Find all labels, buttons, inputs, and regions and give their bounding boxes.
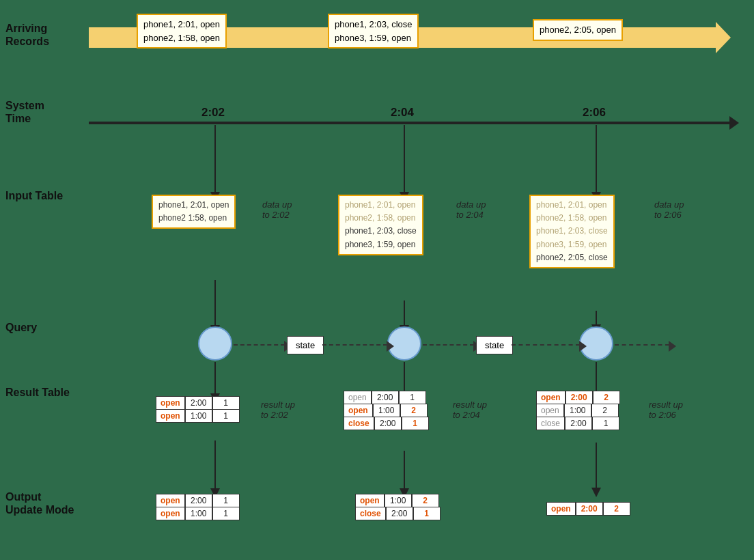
label-output-update-mode: OutputUpdate Mode bbox=[5, 490, 74, 516]
diagram: ArrivingRecords SystemTime Input Table Q… bbox=[0, 0, 754, 560]
vline-result-output-3 bbox=[596, 443, 597, 489]
h-arrow-3 bbox=[423, 344, 474, 346]
label-input-table: Input Table bbox=[5, 189, 63, 202]
output-table-2: open 1:00 2 close 2:00 1 bbox=[355, 494, 441, 520]
vline-input-query-3 bbox=[596, 311, 597, 326]
result-table-3: open 2:00 2 open 1:00 2 close 2:00 1 bbox=[536, 391, 620, 430]
state-box-1: state bbox=[287, 336, 324, 354]
result-table-2: open 2:00 1 open 1:00 2 close 2:00 1 bbox=[344, 391, 429, 430]
vline-3 bbox=[596, 125, 597, 193]
input-table-2: phone1, 2:01, open phone2, 1:58, open ph… bbox=[338, 195, 423, 255]
arriving-batch-1: phone1, 2:01, openphone2, 1:58, open bbox=[137, 14, 227, 48]
vline-input-query-1 bbox=[214, 280, 216, 326]
output-table-1: open 2:00 1 open 1:00 1 bbox=[156, 494, 240, 520]
label-result-table: Result Table bbox=[5, 386, 70, 399]
vline-result-output-1 bbox=[214, 440, 216, 490]
h-arrow-1 bbox=[234, 344, 285, 346]
label-query: Query bbox=[5, 321, 37, 334]
label-system-time: SystemTime bbox=[5, 99, 44, 125]
vline-2 bbox=[404, 125, 405, 193]
vline-query-result-1 bbox=[214, 362, 216, 395]
data-label-1: data upto 2:02 bbox=[262, 199, 292, 220]
vline-result-output-2 bbox=[404, 451, 405, 490]
query-circle-1 bbox=[198, 326, 232, 361]
vline-query-result-2 bbox=[404, 362, 405, 395]
output-table-3: open 2:00 2 bbox=[546, 502, 630, 516]
state-box-2: state bbox=[476, 336, 513, 354]
result-table-1: open 2:00 1 open 1:00 1 bbox=[156, 396, 240, 423]
data-label-2: data upto 2:04 bbox=[456, 199, 486, 220]
vline-1 bbox=[214, 125, 216, 193]
h-arrow-2 bbox=[322, 344, 387, 346]
system-time-2: 2:04 bbox=[391, 106, 414, 120]
input-table-3: phone1, 2:01, open phone2, 1:58, open ph… bbox=[529, 195, 615, 268]
system-time-3: 2:06 bbox=[583, 106, 606, 120]
label-arriving-records: ArrivingRecords bbox=[5, 22, 49, 48]
result-label-2: result upto 2:04 bbox=[453, 400, 487, 420]
input-table-1: phone1, 2:01, open phone2 1:58, open bbox=[152, 195, 236, 229]
system-time-arrow bbox=[89, 122, 731, 124]
system-time-1: 2:02 bbox=[201, 106, 225, 120]
arriving-batch-3: phone2, 2:05, open bbox=[533, 19, 623, 41]
h-arrow-4 bbox=[512, 344, 580, 346]
vline-query-result-3 bbox=[596, 362, 597, 395]
arriving-batch-2: phone1, 2:03, closephone3, 1:59, open bbox=[328, 14, 419, 48]
data-label-3: data upto 2:06 bbox=[654, 199, 684, 220]
vline-input-query-2 bbox=[404, 300, 405, 326]
result-label-3: result upto 2:06 bbox=[649, 400, 683, 420]
result-label-1: result upto 2:02 bbox=[261, 400, 295, 420]
h-arrow-5 bbox=[615, 344, 669, 346]
